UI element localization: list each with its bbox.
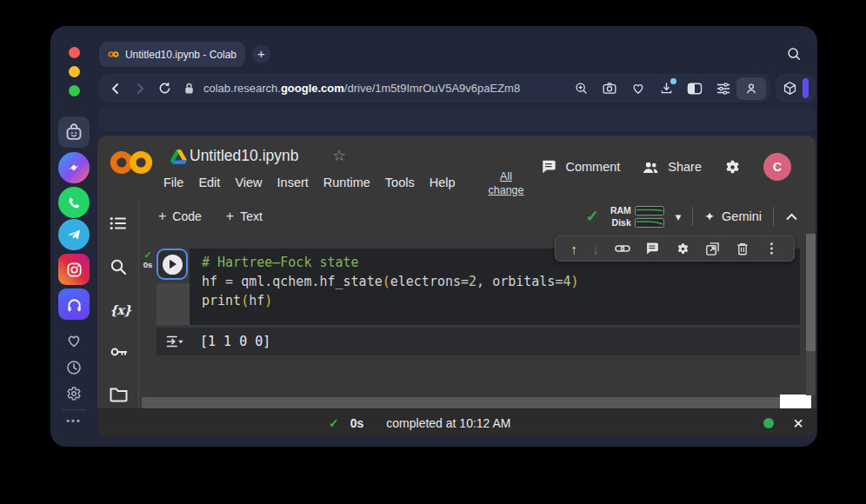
instagram-app-icon[interactable] <box>58 254 90 285</box>
colab-page: Untitled10.ipynb ☆ FileEditViewInsertRun… <box>97 136 816 436</box>
profile-button[interactable] <box>736 77 766 100</box>
history-clock-icon[interactable] <box>65 359 83 376</box>
cell-gutter-strip <box>157 283 190 325</box>
menu-file[interactable]: File <box>163 176 183 189</box>
disk-sparkline <box>635 218 664 228</box>
whatsapp-app-icon[interactable] <box>58 187 90 218</box>
extension-area[interactable] <box>776 74 816 103</box>
url-domain: google.com <box>281 82 344 95</box>
back-button[interactable] <box>110 83 122 95</box>
url-bar[interactable]: colab.research.google.com/drive/1m5t9Imr… <box>99 74 770 103</box>
sparkle-icon: ✦ <box>704 209 715 223</box>
camera-lens-icon <box>65 261 83 279</box>
play-icon <box>163 255 183 275</box>
traffic-light-zoom[interactable] <box>69 85 80 96</box>
favorite-heart-icon[interactable] <box>630 81 646 96</box>
browser-tab[interactable]: Untitled10.ipynb - Colab <box>99 42 245 67</box>
ram-sparkline <box>635 206 664 216</box>
comment-button[interactable]: Comment <box>541 159 620 175</box>
status-check-icon: ✓ <box>329 416 339 430</box>
scrollbar-thumb[interactable] <box>806 234 816 351</box>
share-button[interactable]: Share <box>642 160 702 175</box>
reload-button[interactable] <box>158 82 171 95</box>
add-code-button[interactable]: +Code <box>158 209 202 224</box>
url-prefix: colab.research. <box>203 82 281 95</box>
url-path: /drive/1m5t9ImrOuV5A9v6paEZm8 <box>344 82 520 95</box>
variables-icon[interactable]: {x} <box>110 302 130 317</box>
ram-label: RAM <box>610 205 631 216</box>
forward-button[interactable] <box>134 83 146 95</box>
notebook-title[interactable]: Untitled10.ipynb <box>190 147 299 165</box>
add-comment-button[interactable] <box>645 242 660 255</box>
secrets-key-icon[interactable] <box>110 343 129 361</box>
save-status[interactable]: All change <box>481 169 531 199</box>
files-folder-icon[interactable] <box>110 387 128 402</box>
horizontal-scrollbar[interactable] <box>142 397 780 408</box>
move-cell-down-button[interactable]: ↓ <box>593 242 600 255</box>
status-message: completed at 10:12 AM <box>386 416 510 430</box>
traffic-light-close[interactable] <box>69 47 80 58</box>
run-cell-button[interactable] <box>157 249 188 280</box>
comment-label: Comment <box>565 160 620 174</box>
resources-caret-icon[interactable]: ▾ <box>676 210 682 223</box>
messenger-app-icon[interactable] <box>58 152 90 183</box>
messenger-bolt-icon <box>65 159 83 176</box>
new-tab-button[interactable]: + <box>252 45 270 63</box>
reader-contrast-icon[interactable] <box>687 82 703 96</box>
url-text[interactable]: colab.research.google.com/drive/1m5t9Imr… <box>203 82 574 95</box>
move-cell-up-button[interactable]: ↑ <box>571 242 578 255</box>
menu-help[interactable]: Help <box>430 176 456 189</box>
find-icon[interactable] <box>110 258 127 275</box>
person-icon <box>744 82 758 96</box>
screenshot-camera-icon[interactable] <box>602 81 617 96</box>
cell-gutter <box>157 249 190 325</box>
menu-insert[interactable]: Insert <box>277 176 309 189</box>
lock-icon <box>183 82 195 95</box>
resource-monitor[interactable]: RAM Disk <box>610 205 664 228</box>
settings-gear-icon[interactable] <box>723 158 742 176</box>
cell-settings-gear-icon[interactable] <box>676 242 690 256</box>
colab-logo <box>109 149 154 176</box>
telegram-app-icon[interactable] <box>58 219 90 250</box>
avatar[interactable]: C <box>763 153 791 181</box>
vertical-scrollbar[interactable] <box>806 234 816 395</box>
disk-label: Disk <box>612 217 631 228</box>
star-icon[interactable]: ☆ <box>332 146 346 165</box>
headphones-app-icon[interactable] <box>58 288 90 320</box>
shopping-bag-icon <box>64 123 83 142</box>
add-code-label: Code <box>172 209 201 223</box>
connection-status-dot <box>763 418 774 428</box>
code-line[interactable]: hf = qml.qchem.hf_state(electrons=2, orb… <box>202 272 800 291</box>
favorites-heart-icon[interactable] <box>65 332 83 349</box>
copy-link-to-cell-button[interactable] <box>615 242 630 255</box>
dismiss-status-button[interactable]: × <box>793 414 803 432</box>
menu-view[interactable]: View <box>235 176 262 189</box>
downloads-icon[interactable] <box>659 81 674 96</box>
tweaks-sliders-icon[interactable] <box>716 82 731 96</box>
collapse-chevron-icon[interactable] <box>785 213 798 221</box>
browser-window: ••• Untitled10.ipynb - Colab + <box>50 26 817 447</box>
executed-check-icon: ✓ <box>143 249 151 260</box>
menu-edit[interactable]: Edit <box>198 176 220 189</box>
settings-gear-icon[interactable] <box>65 385 83 402</box>
table-of-contents-icon[interactable] <box>110 216 127 230</box>
menu-tools[interactable]: Tools <box>385 176 415 189</box>
gemini-button[interactable]: ✦Gemini <box>704 209 762 223</box>
colab-favicon <box>108 50 119 59</box>
menu-runtime[interactable]: Runtime <box>323 176 370 189</box>
mirror-cell-button[interactable] <box>705 242 720 256</box>
dock-divider <box>62 409 86 410</box>
more-actions-icon[interactable]: ⋮ <box>764 242 778 255</box>
browser-search-icon[interactable] <box>786 46 802 62</box>
dock-more-icon[interactable]: ••• <box>50 415 97 426</box>
add-text-label: Text <box>240 209 263 223</box>
traffic-light-minimize[interactable] <box>69 66 80 77</box>
zoom-page-icon[interactable] <box>574 81 589 96</box>
extension-cube-icon <box>783 81 797 96</box>
shopping-bag-app-icon[interactable] <box>58 116 90 148</box>
code-line[interactable]: print(hf) <box>202 291 800 310</box>
add-text-button[interactable]: +Text <box>226 209 263 224</box>
download-badge <box>670 78 676 84</box>
delete-cell-trash-icon[interactable] <box>736 242 749 256</box>
output-options-icon[interactable] <box>165 335 184 348</box>
